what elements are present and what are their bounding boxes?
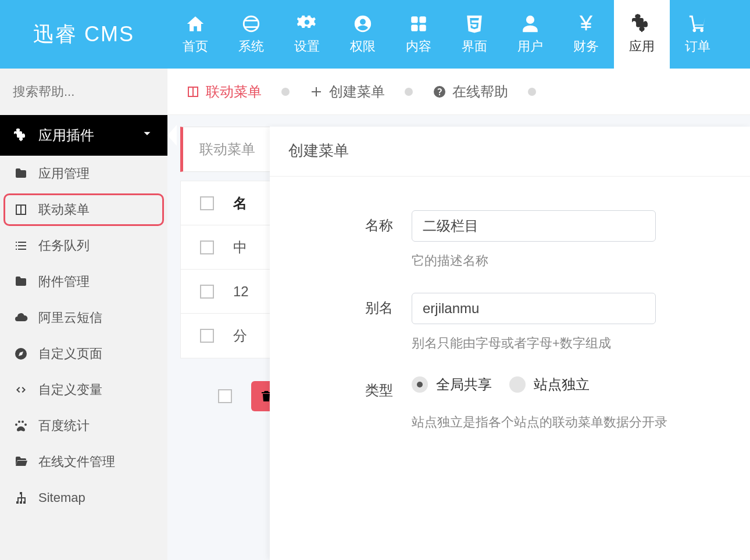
paw-icon: [14, 419, 33, 433]
nav-item-user[interactable]: 用户: [502, 0, 558, 69]
type-hint: 站点独立是指各个站点的联动菜单数据分开录: [412, 414, 731, 431]
row-cell: 中: [233, 238, 247, 257]
nav-item-puzzle[interactable]: 应用: [614, 0, 670, 69]
columns-icon: [14, 203, 33, 217]
columns-icon: [186, 85, 200, 99]
sidebar-item[interactable]: 自定义变量: [0, 372, 167, 408]
sidebar-item[interactable]: 附件管理: [0, 264, 167, 300]
tab-columns[interactable]: 联动菜单: [185, 79, 263, 105]
radio-dot-icon: [509, 376, 526, 393]
cloud-icon: [14, 311, 33, 325]
nav-item-globe[interactable]: 系统: [223, 0, 279, 69]
checkbox-all-footer[interactable]: [218, 389, 232, 403]
puzzle-icon: [14, 128, 33, 142]
sidebar-item[interactable]: 自定义页面: [0, 336, 167, 372]
question-icon: [433, 85, 447, 99]
type-radio-global[interactable]: 全局共享: [412, 375, 492, 394]
sidebar-item[interactable]: 阿里云短信: [0, 300, 167, 336]
nav-label: 界面: [462, 38, 487, 55]
row-checkbox[interactable]: [200, 329, 214, 343]
sidebar-item-label: 阿里云短信: [38, 309, 102, 326]
sidebar-item[interactable]: 任务队列: [0, 228, 167, 264]
sidebar-item[interactable]: 在线文件管理: [0, 444, 167, 480]
nav-label: 系统: [238, 38, 264, 55]
sidebar-item-label: Sitemap: [38, 490, 85, 505]
sidebar-group-plugins[interactable]: 应用插件: [0, 115, 167, 156]
tab-dot: [528, 88, 536, 96]
nav-item-cart[interactable]: 订单: [670, 0, 726, 69]
tab-strip: 联动菜单创建菜单在线帮助: [167, 69, 750, 115]
brand-logo: 迅睿 CMS: [0, 0, 167, 69]
row-checkbox[interactable]: [200, 240, 214, 254]
wedge-indicator: [167, 125, 177, 146]
topbar: 迅睿 CMS 首页系统设置权限内容界面用户财务应用订单: [0, 0, 750, 69]
top-nav: 首页系统设置权限内容界面用户财务应用订单: [167, 0, 750, 69]
name-label: 名称: [288, 210, 393, 235]
name-input[interactable]: [412, 210, 656, 242]
nav-item-cogs[interactable]: 设置: [279, 0, 335, 69]
nav-item-html5[interactable]: 界面: [447, 0, 502, 69]
sidebar-item-label: 联动菜单: [38, 201, 90, 218]
radio-dot-icon: [412, 376, 428, 393]
nav-item-user-circle[interactable]: 权限: [335, 0, 391, 69]
alias-hint: 别名只能由字母或者字母+数字组成: [412, 335, 731, 352]
tab-label: 联动菜单: [206, 82, 262, 101]
user-icon: [520, 13, 541, 34]
nav-label: 应用: [629, 38, 655, 55]
sidebar-item-label: 百度统计: [38, 417, 90, 435]
tab-label: 创建菜单: [329, 82, 385, 101]
nav-label: 财务: [573, 38, 599, 55]
checkbox-all[interactable]: [200, 196, 214, 210]
nav-label: 用户: [517, 38, 543, 55]
type-radio-site[interactable]: 站点独立: [509, 375, 590, 394]
search-input[interactable]: [13, 84, 173, 99]
sidebar-item-label: 附件管理: [38, 273, 90, 290]
search-wrap: [0, 69, 167, 115]
tab-plus[interactable]: 创建菜单: [308, 79, 386, 105]
sidebar-item[interactable]: Sitemap: [0, 480, 167, 516]
sidebar-item[interactable]: 应用管理: [0, 156, 167, 192]
sidebar: 应用插件 应用管理联动菜单任务队列附件管理阿里云短信自定义页面自定义变量百度统计…: [0, 69, 167, 560]
code-icon: [14, 383, 33, 397]
yen-icon: [576, 13, 597, 34]
nav-label: 首页: [183, 38, 208, 55]
row-cell: 12: [233, 283, 249, 300]
tab-label: 在线帮助: [452, 82, 508, 101]
sidebar-item[interactable]: 联动菜单: [0, 192, 167, 228]
puzzle-icon: [631, 13, 652, 34]
html5-icon: [464, 13, 485, 34]
create-menu-drawer: 创建菜单 名称 它的描述名称 别名 别名只能由字母或者字母+数字组成 类型 全局: [270, 127, 750, 560]
nav-label: 设置: [294, 38, 320, 55]
nav-label: 订单: [685, 38, 710, 55]
home-icon: [185, 13, 206, 34]
globe-icon: [241, 13, 262, 34]
nav-item-grid[interactable]: 内容: [391, 0, 447, 69]
sitemap-icon: [14, 491, 33, 505]
card-tab-linkage[interactable]: 联动菜单: [199, 140, 255, 159]
plus-icon: [309, 85, 323, 99]
sidebar-item-label: 在线文件管理: [38, 453, 115, 471]
chevron-down-icon: [141, 127, 153, 143]
drawer-title: 创建菜单: [270, 127, 750, 177]
nav-label: 内容: [406, 38, 431, 55]
nav-item-yen[interactable]: 财务: [558, 0, 614, 69]
tab-dot: [405, 88, 413, 96]
type-radio-site-label: 站点独立: [534, 375, 590, 394]
tab-dot: [281, 88, 290, 96]
alias-label: 别名: [288, 293, 393, 317]
name-hint: 它的描述名称: [412, 252, 731, 270]
row-checkbox[interactable]: [200, 285, 214, 299]
row-cell: 分: [233, 326, 247, 345]
sidebar-item-label: 应用管理: [38, 165, 90, 182]
nav-item-home[interactable]: 首页: [167, 0, 223, 69]
tab-question[interactable]: 在线帮助: [431, 79, 509, 105]
sidebar-item[interactable]: 百度统计: [0, 408, 167, 444]
cart-icon: [687, 13, 708, 34]
grid-icon: [408, 13, 429, 34]
type-label: 类型: [288, 375, 393, 400]
sidebar-item-label: 任务队列: [38, 237, 90, 254]
sidebar-item-label: 自定义页面: [38, 345, 102, 362]
folder-icon: [14, 275, 33, 289]
alias-input[interactable]: [412, 293, 656, 324]
folder-icon: [14, 167, 33, 181]
